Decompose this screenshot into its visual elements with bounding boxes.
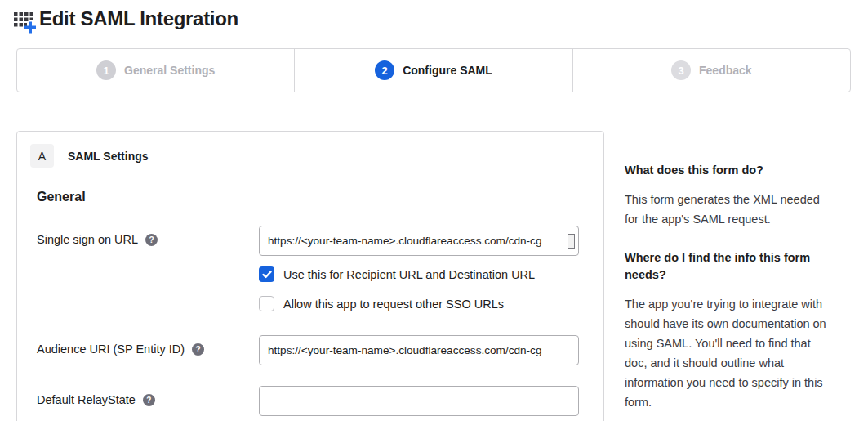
step-tab-feedback[interactable]: 3 Feedback	[572, 49, 850, 92]
app-grid-add-icon	[13, 9, 38, 38]
form-row-relay-state: Default RelayState ? If no value is set,…	[37, 386, 584, 421]
field-label-wrap: Single sign on URL ?	[37, 226, 259, 246]
step-label: Configure SAML	[403, 64, 492, 77]
page-header: Edit SAML Integration	[0, 0, 868, 38]
help-icon[interactable]: ?	[145, 234, 158, 246]
relay-state-input-wrap	[259, 386, 579, 416]
relay-state-label: Default RelayState	[37, 393, 136, 406]
page-title: Edit SAML Integration	[39, 6, 238, 32]
other-sso-urls-checkbox[interactable]	[259, 296, 274, 311]
step-number-badge: 1	[96, 60, 116, 80]
sso-url-input[interactable]	[259, 226, 579, 256]
help-icon[interactable]: ?	[192, 343, 204, 356]
audience-uri-input-wrap	[259, 335, 579, 365]
section-header: A SAML Settings	[30, 144, 584, 168]
sidebar-question-2: Where do I find the info this form needs…	[625, 249, 834, 284]
wizard-stepper: 1 General Settings 2 Configure SAML 3 Fe…	[16, 48, 851, 92]
group-heading-general: General	[37, 190, 584, 204]
sso-url-label: Single sign on URL	[37, 233, 138, 246]
field-control-wrap: If no value is set, a blank RelayState i…	[259, 386, 579, 421]
recipient-url-checkbox-label: Use this for Recipient URL and Destinati…	[283, 268, 535, 281]
check-icon	[262, 271, 272, 279]
text-cursor	[568, 234, 575, 249]
step-tab-general-settings[interactable]: 1 General Settings	[17, 49, 294, 92]
sidebar-answer-1: This form generates the XML needed for t…	[625, 190, 834, 229]
audience-uri-input[interactable]	[259, 335, 579, 365]
section-title: SAML Settings	[68, 150, 149, 163]
checkbox-row-recipient: Use this for Recipient URL and Destinati…	[259, 266, 579, 282]
field-control-wrap	[259, 335, 579, 365]
form-row-audience-uri: Audience URI (SP Entity ID) ?	[37, 335, 584, 365]
step-number-badge: 3	[671, 60, 691, 80]
relay-state-input[interactable]	[259, 386, 579, 416]
general-form: General Single sign on URL ?	[30, 190, 584, 421]
saml-settings-panel: A SAML Settings General Single sign on U…	[16, 131, 604, 421]
sidebar-question-1: What does this form do?	[625, 162, 834, 179]
recipient-url-checkbox[interactable]	[259, 266, 274, 282]
step-label: General Settings	[124, 64, 215, 77]
form-row-sso-url: Single sign on URL ? Use thi	[37, 226, 584, 311]
sso-url-input-wrap	[259, 226, 579, 256]
step-number-badge: 2	[375, 60, 394, 80]
step-tab-configure-saml[interactable]: 2 Configure SAML	[294, 49, 572, 92]
step-label: Feedback	[699, 64, 752, 77]
help-icon[interactable]: ?	[143, 394, 155, 406]
other-sso-urls-checkbox-label: Allow this app to request other SSO URLs	[283, 298, 504, 311]
help-sidebar: What does this form do? This form genera…	[625, 131, 834, 421]
content-area: A SAML Settings General Single sign on U…	[16, 131, 868, 421]
field-label-wrap: Audience URI (SP Entity ID) ?	[37, 335, 259, 356]
sidebar-answer-2: The app you're trying to integrate with …	[625, 294, 834, 412]
field-label-wrap: Default RelayState ?	[37, 386, 259, 406]
checkbox-row-other-sso: Allow this app to request other SSO URLs	[259, 296, 579, 311]
audience-uri-label: Audience URI (SP Entity ID)	[37, 343, 185, 356]
field-control-wrap: Use this for Recipient URL and Destinati…	[259, 226, 579, 311]
section-a-badge: A	[30, 144, 54, 168]
